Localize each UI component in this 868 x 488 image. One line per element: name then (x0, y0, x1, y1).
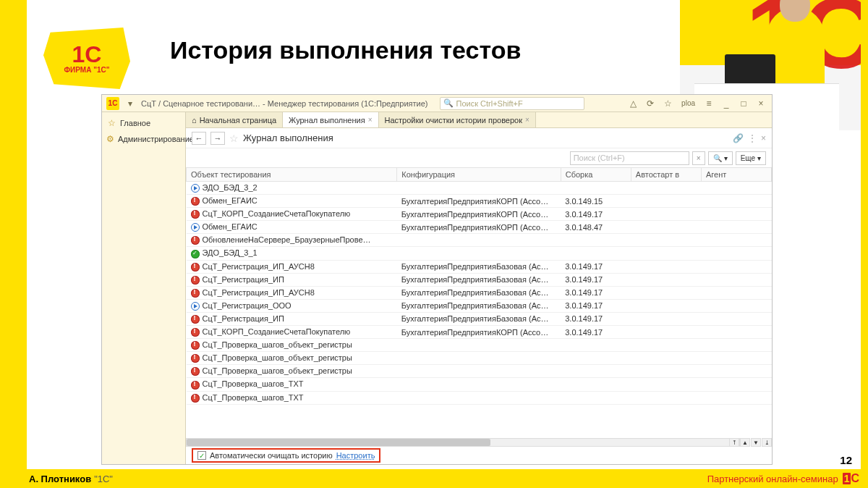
cell-config: БухгалтерияПредприятияБазовая (Ac… (397, 260, 561, 273)
status-icon (191, 223, 200, 232)
scroll-down-button[interactable]: ▼ (751, 438, 761, 447)
cell-build: 3.0.149.17 (561, 299, 631, 312)
favorite-icon[interactable]: ☆ (229, 132, 239, 144)
cell-config (397, 247, 561, 260)
col-autostart[interactable]: Автостарт в (631, 168, 701, 182)
cell-autostart (631, 365, 701, 378)
cell-agent (701, 365, 771, 378)
horizontal-scrollbar[interactable] (186, 438, 740, 447)
advanced-search-button[interactable]: 🔍 ▾ (708, 151, 733, 165)
cell-object: СцТ_Регистрация_ИП_АУСН8 (203, 262, 315, 271)
table-row[interactable]: СцТ_Регистрация_ИП_АУСН8БухгалтерияПредп… (187, 260, 772, 273)
content-header: ← → ☆ Журнал выполнения 🔗 ⋮ × (186, 128, 772, 148)
scroll-up-button[interactable]: ▲ (740, 438, 750, 447)
journal-table: Объект тестирования Конфигурация Сборка … (186, 167, 772, 405)
cell-object: ЭДО_БЭД_3_2 (203, 183, 258, 192)
col-agent[interactable]: Агент (701, 168, 771, 182)
table-row[interactable]: СцТ_Проверка_шагов_ТХТ (187, 378, 772, 391)
configure-link[interactable]: Настроить (336, 451, 375, 460)
cell-object: СцТ_Регистрация_ИП (203, 314, 284, 323)
sidebar: ☆ Главное ⚙ Администрирование (102, 112, 186, 464)
cell-object: СцТ_КОРП_СозданиеСчетаПокупателю (203, 209, 351, 218)
table-row[interactable]: ЭДО_БЭД_3_1 (187, 247, 772, 260)
clear-search-button[interactable]: × (692, 151, 705, 165)
status-icon (191, 197, 200, 206)
cell-build: 3.0.149.17 (561, 312, 631, 325)
table-row[interactable]: СцТ_Проверка_шагов_объект_регистры (187, 339, 772, 352)
table-row[interactable]: ОбновлениеНаСервере_БраузерныеПрове… (187, 234, 772, 247)
menu-icon[interactable]: ≡ (702, 97, 715, 110)
tab-settings[interactable]: Настройки очистки истории проверок × (379, 112, 536, 127)
table-row[interactable]: СцТ_Проверка_шагов_объект_регистры (187, 352, 772, 365)
search-row: Поиск (Ctrl+F) × 🔍 ▾ Еще ▾ (186, 148, 772, 167)
col-config[interactable]: Конфигурация (397, 168, 561, 182)
cell-agent (701, 234, 771, 247)
link-icon[interactable]: 🔗 (733, 133, 744, 143)
cell-config: БухгалтерияПредприятияБазовая (Ac… (397, 299, 561, 312)
history-icon[interactable]: ⟳ (644, 97, 657, 110)
user-label[interactable]: ploa (681, 99, 695, 107)
cell-build (561, 247, 631, 260)
more-button[interactable]: Еще ▾ (736, 151, 766, 165)
search-placeholder: Поиск (Ctrl+F) (574, 153, 625, 162)
more-icon[interactable]: ⋮ (748, 133, 757, 143)
table-row[interactable]: СцТ_Проверка_шагов_объект_регистры (187, 365, 772, 378)
table-row[interactable]: СцТ_Регистрация_ИПБухгалтерияПредприятия… (187, 273, 772, 286)
table-search-input[interactable]: Поиск (Ctrl+F) (570, 151, 689, 165)
bell-icon[interactable]: △ (626, 97, 639, 110)
star-icon[interactable]: ☆ (661, 97, 674, 110)
cell-autostart (631, 221, 701, 234)
close-icon[interactable]: × (761, 133, 766, 143)
cell-object: СцТ_Проверка_шагов_объект_регистры (203, 366, 352, 375)
status-icon (191, 210, 200, 219)
cell-object: СцТ_Проверка_шагов_объект_регистры (203, 353, 352, 362)
minimize-icon[interactable]: _ (720, 97, 733, 110)
table-row[interactable]: СцТ_КОРП_СозданиеСчетаПокупателюБухгалте… (187, 208, 772, 221)
tab-label: Начальная страница (200, 116, 276, 125)
cell-build: 3.0.149.17 (561, 286, 631, 299)
tab-start[interactable]: ⌂ Начальная страница (186, 112, 283, 127)
table-row[interactable]: Обмен_ЕГАИСБухгалтерияПредприятияКОРП (A… (187, 195, 772, 208)
back-button[interactable]: ← (192, 132, 206, 145)
table-row[interactable]: СцТ_Регистрация_ОООБухгалтерияПредприяти… (187, 299, 772, 312)
sidebar-item-label: Главное (120, 119, 150, 127)
scrollbar-thumb[interactable] (187, 439, 490, 446)
cell-build: 3.0.149.15 (561, 195, 631, 208)
col-build[interactable]: Сборка (561, 168, 631, 182)
cell-agent (701, 260, 771, 273)
close-icon[interactable]: × (525, 116, 529, 124)
scroll-top-button[interactable]: ⤒ (729, 438, 739, 447)
table-row[interactable]: Обмен_ЕГАИСБухгалтерияПредприятияКОРП (A… (187, 221, 772, 234)
scroll-bottom-button[interactable]: ⤓ (762, 438, 772, 447)
table-header-row: Объект тестирования Конфигурация Сборка … (187, 168, 772, 182)
cell-config (397, 352, 561, 365)
tab-journal[interactable]: Журнал выполнения × (283, 112, 378, 127)
table-row[interactable]: ЭДО_БЭД_3_2 (187, 182, 772, 195)
cell-autostart (631, 299, 701, 312)
col-object[interactable]: Объект тестирования (187, 168, 397, 182)
cell-agent (701, 221, 771, 234)
close-icon[interactable]: × (368, 116, 373, 124)
search-placeholder: Поиск Ctrl+Shift+F (456, 99, 523, 108)
bottom-bar: А. Плотников "1С" Партнерский онлайн-сем… (0, 469, 868, 488)
table-row[interactable]: СцТ_Регистрация_ИПБухгалтерияПредприятия… (187, 312, 772, 325)
table-row[interactable]: СцТ_Проверка_шагов_ТХТ (187, 391, 772, 404)
dropdown-icon[interactable]: ▾ (124, 97, 137, 110)
global-search-input[interactable]: 🔍 Поиск Ctrl+Shift+F (440, 97, 584, 110)
footer-row: ✓ Автоматически очищать историю Настроит… (186, 447, 772, 464)
maximize-icon[interactable]: □ (737, 97, 750, 110)
status-icon (191, 289, 200, 298)
auto-clean-checkbox[interactable]: ✓ (197, 451, 206, 460)
sidebar-item-main[interactable]: ☆ Главное (102, 115, 185, 131)
cell-agent (701, 352, 771, 365)
highlighted-option: ✓ Автоматически очищать историю Настроит… (192, 448, 380, 463)
table-row[interactable]: СцТ_Регистрация_ИП_АУСН8БухгалтерияПредп… (187, 286, 772, 299)
sidebar-item-admin[interactable]: ⚙ Администрирование (102, 131, 185, 147)
close-icon[interactable]: × (754, 97, 767, 110)
app-titlebar: 1C ▾ СцТ / Сценарное тестировани… - Мене… (102, 95, 772, 112)
slide-title: История выполнения тестов (170, 36, 521, 64)
forward-button[interactable]: → (210, 132, 225, 145)
slide-yellow-left-bar (0, 0, 27, 488)
table-row[interactable]: СцТ_КОРП_СозданиеСчетаПокупателюБухгалте… (187, 326, 772, 339)
cell-object: ОбновлениеНаСервере_БраузерныеПрове… (203, 235, 371, 244)
